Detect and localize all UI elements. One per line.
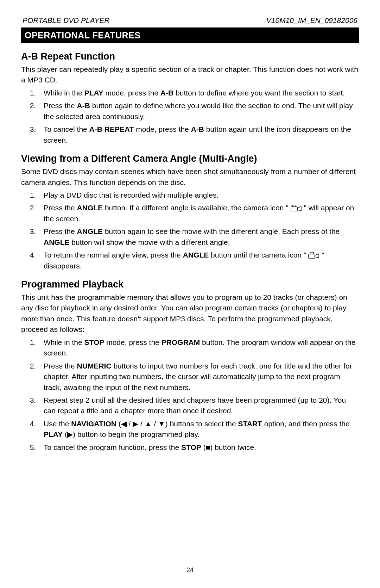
heading-multi-angle: Viewing from a Different Camera Angle (M… bbox=[21, 153, 359, 164]
text-bold: A-B bbox=[160, 89, 173, 97]
steps-ab-repeat: While in the PLAY mode, press the A-B bu… bbox=[21, 88, 359, 146]
steps-multi-angle: Play a DVD disc that is recorded with mu… bbox=[21, 190, 359, 271]
text: While in the bbox=[44, 338, 84, 346]
page-number: 24 bbox=[0, 567, 380, 574]
text: button to define where you want the sect… bbox=[173, 89, 345, 97]
intro-multi-angle: Some DVD discs may contain scenes which … bbox=[21, 166, 359, 188]
svg-rect-3 bbox=[309, 254, 315, 258]
text: mode, press the bbox=[134, 125, 191, 133]
header-right: V10M10_IM_EN_09182006 bbox=[266, 16, 357, 25]
text: While in the bbox=[44, 89, 84, 97]
camera-angle-icon bbox=[291, 205, 302, 212]
text: (■) button twice. bbox=[201, 443, 256, 451]
text: Press the bbox=[44, 101, 77, 110]
text: mode, press the bbox=[103, 89, 160, 97]
text-bold: STOP bbox=[84, 338, 104, 346]
list-item: Press the NUMERIC buttons to input two n… bbox=[38, 361, 359, 393]
text-bold: STOP bbox=[181, 443, 201, 451]
text-bold: START bbox=[238, 420, 262, 428]
text-bold: ANGLE bbox=[44, 238, 70, 246]
heading-ab-repeat: A-B Repeat Function bbox=[21, 51, 359, 62]
svg-rect-1 bbox=[292, 205, 296, 207]
page-header: PORTABLE DVD PLAYER V10M10_IM_EN_0918200… bbox=[21, 16, 359, 25]
text: option, and then press the bbox=[262, 420, 350, 428]
text-bold: ANGLE bbox=[183, 251, 209, 259]
list-item: Play a DVD disc that is recorded with mu… bbox=[38, 190, 359, 200]
heading-programmed-playback: Programmed Playback bbox=[21, 279, 359, 290]
svg-marker-2 bbox=[297, 206, 301, 211]
text-bold: PLAY bbox=[44, 430, 63, 438]
list-item: To cancel the program function, press th… bbox=[38, 442, 359, 453]
text: (◀ / ▶ / ▲ / ▼) buttons to select the bbox=[116, 420, 238, 428]
text: Press the bbox=[44, 204, 77, 212]
camera-angle-icon bbox=[308, 252, 319, 260]
text: Press the bbox=[44, 227, 77, 235]
section-title-bar: OPERATIONAL FEATURES bbox=[21, 27, 359, 43]
text: mode, press the bbox=[104, 338, 161, 346]
list-item: Press the ANGLE button. If a different a… bbox=[38, 203, 359, 224]
text-bold: A-B bbox=[77, 101, 90, 110]
intro-ab-repeat: This player can repeatedly play a specif… bbox=[21, 64, 359, 86]
list-item: While in the STOP mode, press the PROGRA… bbox=[38, 337, 359, 359]
list-item: Repeat step 2 until all the desired titl… bbox=[38, 395, 359, 416]
text: button until the camera icon " bbox=[209, 251, 308, 259]
steps-programmed-playback: While in the STOP mode, press the PROGRA… bbox=[21, 337, 359, 453]
text: Use the bbox=[44, 420, 71, 428]
text-bold: PLAY bbox=[84, 89, 103, 97]
text: To cancel the bbox=[44, 125, 89, 133]
text-bold: ANGLE bbox=[77, 204, 103, 212]
text-bold: PROGRAM bbox=[162, 338, 200, 346]
text-bold: A-B bbox=[191, 125, 204, 133]
header-left: PORTABLE DVD PLAYER bbox=[23, 16, 109, 25]
text: button. If a different angle is availabl… bbox=[103, 204, 291, 212]
text: To cancel the program function, press th… bbox=[44, 443, 181, 451]
text-bold: NUMERIC bbox=[77, 362, 112, 370]
svg-rect-0 bbox=[291, 207, 297, 211]
list-item: Use the NAVIGATION (◀ / ▶ / ▲ / ▼) butto… bbox=[38, 419, 359, 440]
list-item: To cancel the A-B REPEAT mode, press the… bbox=[38, 124, 359, 146]
text: button again to see the movie with the d… bbox=[103, 227, 340, 235]
intro-programmed-playback: This unit has the programmable memory th… bbox=[21, 292, 359, 335]
list-item: While in the PLAY mode, press the A-B bu… bbox=[38, 88, 359, 98]
text: button again to define where you would l… bbox=[44, 101, 353, 120]
list-item: To return the normal angle view, press t… bbox=[38, 250, 359, 271]
svg-rect-4 bbox=[310, 252, 314, 254]
text: Press the bbox=[44, 362, 77, 370]
list-item: Press the A-B button again to define whe… bbox=[38, 100, 359, 122]
text: button will show the movie with a differ… bbox=[70, 238, 230, 246]
text-bold: NAVIGATION bbox=[71, 420, 116, 428]
text: To return the normal angle view, press t… bbox=[44, 251, 183, 259]
svg-marker-5 bbox=[315, 254, 319, 258]
text-bold: ANGLE bbox=[77, 227, 103, 235]
text: (▶) button to begin the programmed play. bbox=[63, 430, 200, 438]
list-item: Press the ANGLE button again to see the … bbox=[38, 226, 359, 248]
text-bold: A-B REPEAT bbox=[89, 125, 134, 133]
